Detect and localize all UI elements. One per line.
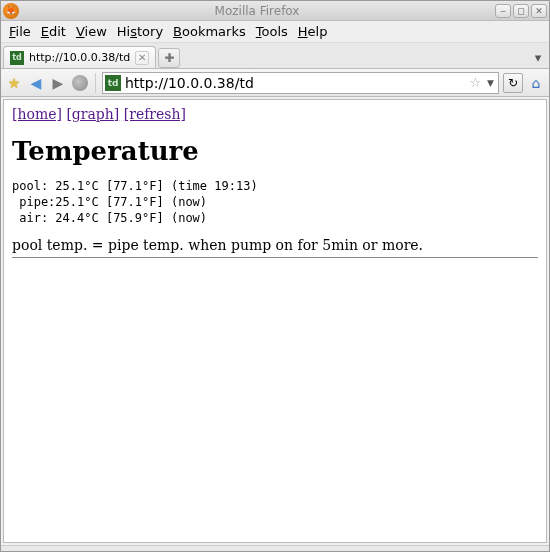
stop-icon bbox=[72, 75, 88, 91]
back-button[interactable]: ◀ bbox=[27, 74, 45, 92]
statusbar bbox=[1, 545, 549, 551]
home-button[interactable]: ⌂ bbox=[527, 74, 545, 92]
navbar: ★ ◀ ▶ td ☆ ▼ ↻ ⌂ bbox=[1, 69, 549, 97]
reload-button[interactable]: ↻ bbox=[503, 73, 523, 93]
menu-file[interactable]: File bbox=[5, 22, 35, 41]
menu-bookmarks[interactable]: Bookmarks bbox=[169, 22, 250, 41]
page-content: [home] [graph] [refresh] Temperature poo… bbox=[3, 99, 547, 543]
stop-button[interactable] bbox=[71, 74, 89, 92]
menu-history[interactable]: History bbox=[113, 22, 167, 41]
tab-list-dropdown[interactable]: ▾ bbox=[531, 50, 545, 64]
link-refresh[interactable]: [refresh] bbox=[124, 106, 186, 122]
browser-window: 🦊 Mozilla Firefox ‒ ◻ ✕ File Edit View H… bbox=[0, 0, 550, 552]
menu-help[interactable]: Help bbox=[294, 22, 332, 41]
link-graph[interactable]: [graph] bbox=[66, 106, 119, 122]
url-input[interactable] bbox=[125, 75, 465, 91]
page-heading: Temperature bbox=[12, 136, 538, 166]
titlebar: 🦊 Mozilla Firefox ‒ ◻ ✕ bbox=[1, 1, 549, 21]
temperature-readings: pool: 25.1°C [77.1°F] (time 19:13) pipe:… bbox=[12, 178, 538, 227]
nav-links: [home] [graph] [refresh] bbox=[12, 106, 538, 122]
forward-button[interactable]: ▶ bbox=[49, 74, 67, 92]
new-tab-button[interactable]: ✚ bbox=[158, 48, 180, 68]
explanatory-note: pool temp. = pipe temp. when pump on for… bbox=[12, 237, 538, 253]
minimize-button[interactable]: ‒ bbox=[495, 4, 511, 18]
nav-separator bbox=[95, 73, 96, 93]
menu-tools[interactable]: Tools bbox=[252, 22, 292, 41]
bookmark-page-icon[interactable]: ☆ bbox=[469, 75, 481, 90]
link-home[interactable]: [home] bbox=[12, 106, 62, 122]
tab-favicon-icon: td bbox=[10, 51, 24, 65]
menu-edit[interactable]: Edit bbox=[37, 22, 70, 41]
url-bar[interactable]: td ☆ ▼ bbox=[102, 72, 499, 94]
maximize-button[interactable]: ◻ bbox=[513, 4, 529, 18]
tab-title: http://10.0.0.38/td bbox=[29, 51, 130, 64]
url-dropdown-icon[interactable]: ▼ bbox=[485, 78, 496, 88]
tabbar: td http://10.0.0.38/td ✕ ✚ ▾ bbox=[1, 43, 549, 69]
menubar: File Edit View History Bookmarks Tools H… bbox=[1, 21, 549, 43]
window-title: Mozilla Firefox bbox=[19, 4, 495, 18]
close-button[interactable]: ✕ bbox=[531, 4, 547, 18]
window-controls: ‒ ◻ ✕ bbox=[495, 4, 547, 18]
bookmark-star-icon[interactable]: ★ bbox=[5, 74, 23, 92]
url-favicon-icon: td bbox=[105, 75, 121, 91]
firefox-icon: 🦊 bbox=[3, 3, 19, 19]
divider bbox=[12, 257, 538, 258]
tab-close-button[interactable]: ✕ bbox=[135, 51, 149, 65]
tab-active[interactable]: td http://10.0.0.38/td ✕ bbox=[3, 46, 156, 68]
menu-view[interactable]: View bbox=[72, 22, 111, 41]
